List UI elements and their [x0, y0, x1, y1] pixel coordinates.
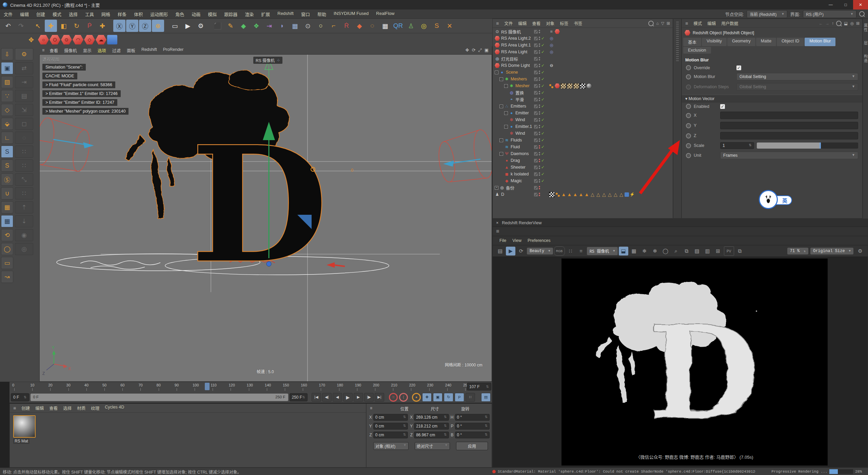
gear-cursor-icon[interactable]: ⚙ — [15, 48, 33, 60]
diag-compare-icon[interactable]: ▨ — [692, 247, 702, 255]
object-row[interactable]: -∴Emitters✓ — [493, 103, 673, 110]
swap-arrows-icon[interactable]: ⇄ — [15, 62, 33, 74]
record-rotation-toggle[interactable]: ↻ — [444, 393, 453, 402]
record-key-button[interactable]: ⚿ — [389, 393, 398, 402]
point-selection-tag[interactable]: △ — [607, 192, 612, 197]
target-tag[interactable]: ◎ — [549, 43, 554, 48]
anim-dot-icon[interactable] — [686, 123, 691, 128]
copy-box-icon[interactable]: ▤ — [15, 90, 33, 102]
polygon-selection-tag[interactable]: ▲ — [573, 192, 578, 197]
d-letter-mesh[interactable]: D — [190, 111, 329, 299]
render-camera-select[interactable]: RS 摄像机▼ — [587, 247, 618, 255]
attr-forward-icon[interactable]: → — [825, 21, 829, 26]
visibility-dots[interactable] — [539, 193, 540, 196]
focus-brackets-icon[interactable]: ⌕ — [671, 247, 681, 255]
viewport-nav-icon-2[interactable]: ⤢ — [478, 48, 481, 53]
attr-menu-item[interactable]: 模式 — [691, 20, 705, 26]
render-view-icon[interactable]: ▭ — [169, 20, 181, 32]
magic-wand-tag[interactable]: ⚡ — [630, 192, 635, 197]
smoothing-tag[interactable] — [586, 83, 592, 89]
pen-spline-icon[interactable]: ✎ — [224, 20, 237, 32]
autokey-button[interactable]: ( — [399, 393, 408, 402]
om-add-icon[interactable]: ⊞ — [667, 21, 670, 26]
bucket-grid-icon[interactable]: ▦ — [629, 247, 639, 255]
enable-check-icon[interactable]: ✓ — [541, 111, 545, 115]
snap-enable-icon[interactable]: S — [1, 146, 13, 158]
range-end-field[interactable]: 250 F⇅ — [290, 393, 308, 401]
tree-expander-icon[interactable]: + — [495, 186, 498, 190]
viewport-burger-icon[interactable]: ≡ — [41, 48, 46, 53]
attribute-tab[interactable]: 基本 — [683, 38, 701, 46]
menubar-item[interactable]: 角色 — [172, 11, 188, 17]
histogram-icon[interactable]: ▥ — [703, 247, 712, 255]
primitive-cube-icon[interactable]: ⬛ — [212, 20, 224, 32]
anim-dot-icon[interactable] — [686, 153, 691, 158]
layer-toggle[interactable] — [534, 152, 538, 156]
override-checkbox[interactable]: ✓ — [736, 65, 741, 70]
layer-toggle[interactable] — [534, 179, 538, 183]
enable-check-icon[interactable]: ✓ — [541, 97, 545, 102]
record-pla-toggle[interactable]: ∷ — [466, 393, 475, 402]
layer-toggle[interactable] — [534, 193, 538, 196]
target-tag[interactable]: ◎ — [549, 50, 554, 55]
snap-mode-icon[interactable]: S — [1, 159, 13, 172]
visibility-dots[interactable] — [539, 179, 540, 183]
z-input[interactable] — [720, 132, 858, 139]
enable-check-icon[interactable]: ✓ — [541, 90, 545, 95]
timeline-ruler[interactable]: 0102030405060708090100110120130140150160… — [9, 382, 492, 392]
gizmo-origin-handle[interactable] — [267, 262, 271, 266]
om-menu-item[interactable]: 文件 — [501, 20, 515, 26]
polygon-selection-tag[interactable]: ▲ — [578, 192, 584, 197]
add-layer-icon[interactable]: ⊞ — [713, 247, 723, 255]
rs-camera-icon[interactable]: ⊙ — [61, 35, 72, 45]
viewport-menu-item[interactable]: 面板 — [124, 47, 138, 54]
texture-tag[interactable] — [567, 83, 573, 89]
dock-tab[interactable]: 层 — [863, 41, 868, 45]
sketch-toon-icon[interactable]: S — [431, 20, 443, 32]
visibility-dots[interactable] — [539, 104, 540, 108]
anim-dot-icon[interactable] — [686, 133, 691, 138]
object-row[interactable]: -≋Fluids✓ — [493, 137, 673, 144]
size-y-field[interactable]: 218.212 cm⇅ — [414, 423, 449, 430]
enable-check-icon[interactable]: ✓ — [541, 104, 545, 109]
attribute-tab[interactable]: Object ID — [777, 38, 804, 46]
attr-menu-item[interactable]: 编辑 — [705, 20, 718, 26]
om-home-icon[interactable]: ⌂ — [656, 21, 658, 26]
object-row[interactable]: ◼k Isolated✓ — [493, 171, 673, 177]
visibility-dots[interactable] — [539, 57, 540, 60]
pos-y-field[interactable]: 0 cm⇅ — [373, 423, 408, 430]
workplane-lock-icon[interactable]: ▦ — [1, 215, 13, 227]
viewport-menu-item[interactable]: 摄像机 — [61, 47, 80, 54]
visibility-dots[interactable] — [539, 43, 540, 47]
workplane-rotate-icon[interactable]: ⟲ — [1, 229, 13, 241]
grid-array-icon[interactable]: ▦ — [379, 20, 391, 32]
attr-burger-icon[interactable]: ≡ — [683, 21, 690, 26]
selection-tag[interactable] — [555, 192, 560, 197]
undo-icon[interactable]: ↶ — [2, 20, 14, 32]
pos-z-field[interactable]: 0 cm⇅ — [373, 432, 408, 438]
menubar-item[interactable]: 模式 — [49, 11, 65, 17]
visibility-dots[interactable] — [539, 125, 540, 128]
apply-button[interactable]: 应用 — [456, 442, 488, 450]
scale-slider[interactable] — [757, 142, 858, 149]
motion-vector-section-title[interactable]: ▾ Motion Vector — [682, 95, 862, 102]
select-rect-icon[interactable]: ▭ — [1, 257, 13, 269]
rs-material-tag[interactable] — [555, 29, 560, 34]
axis-z-icon[interactable]: Ⓩ — [139, 20, 151, 32]
render-settings-icon[interactable]: ⚙ — [195, 20, 207, 32]
object-row[interactable]: ▲Sheeter✓ — [493, 164, 673, 171]
layer-toggle[interactable] — [534, 138, 538, 142]
last-tool-icon[interactable]: ✚ — [96, 20, 108, 32]
anim-dot-icon[interactable] — [686, 104, 691, 109]
attr-search-icon[interactable] — [836, 21, 842, 26]
menubar-item[interactable]: 模拟 — [204, 11, 220, 17]
dome-tag[interactable]: ⊖ — [549, 63, 554, 68]
viewport-menu-item[interactable]: 过滤 — [109, 47, 124, 54]
tree-expander-icon[interactable]: - — [495, 71, 498, 74]
coord-system-icon[interactable]: ⊕ — [152, 20, 164, 32]
dots-grid2-icon[interactable]: ∷ — [15, 159, 33, 172]
visibility-dots[interactable] — [539, 30, 540, 33]
panel-separator[interactable] — [673, 19, 682, 218]
material-menu-item[interactable]: 选择 — [60, 405, 74, 411]
menubar-item[interactable]: 网格 — [98, 11, 114, 17]
